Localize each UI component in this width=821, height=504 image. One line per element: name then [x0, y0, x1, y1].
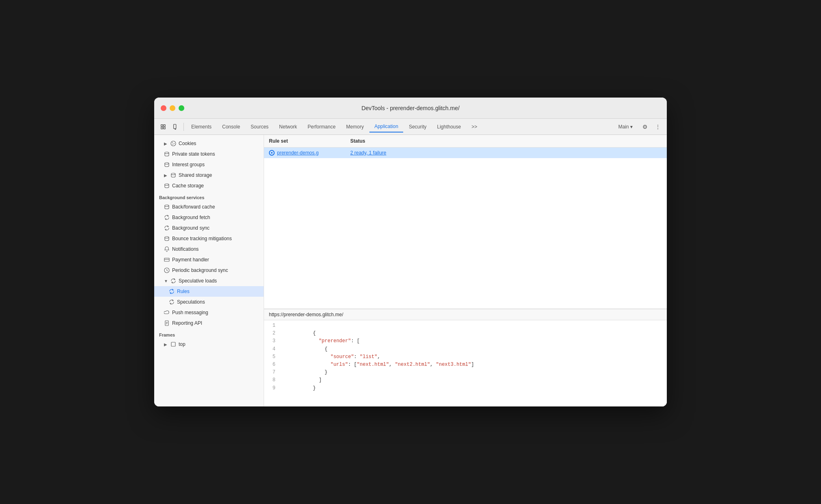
svg-point-14	[165, 184, 169, 185]
db-icon-1	[164, 151, 170, 157]
sidebar-label-reporting-api: Reporting API	[172, 319, 202, 327]
code-line-6: "urls": ["next.html", "next2.html", "nex…	[284, 361, 664, 369]
status-icon	[269, 150, 275, 156]
settings-icon[interactable]: ⚙	[639, 121, 651, 133]
sidebar-item-private-state-tokens[interactable]: Private state tokens	[154, 149, 264, 159]
svg-rect-3	[164, 127, 165, 128]
db-icon-3	[170, 172, 176, 178]
svg-rect-2	[161, 127, 163, 128]
device-icon[interactable]	[170, 121, 181, 133]
table-header: Rule set Status	[264, 135, 667, 148]
svg-point-11	[165, 152, 169, 154]
sidebar-item-notifications[interactable]: Notifications	[154, 244, 264, 254]
sidebar-item-speculative-loads[interactable]: ▼ Speculative loads	[154, 276, 264, 286]
code-block: 1 2 3 4 5 6 7 8 9 {	[264, 320, 667, 394]
right-panel: Rule set Status prerender-demos.g 2 read…	[264, 135, 667, 406]
header-rule-set: Rule set	[269, 137, 350, 145]
code-content: { "prerender": [ { "source": "list", "ur…	[280, 322, 667, 392]
sidebar-item-bf-cache[interactable]: Back/forward cache	[154, 202, 264, 212]
traffic-lights	[161, 105, 184, 111]
tab-application[interactable]: Application	[369, 121, 403, 133]
sidebar-item-shared-storage[interactable]: ▶ Shared storage	[154, 170, 264, 180]
svg-point-15	[165, 205, 169, 206]
devtools-window: DevTools - prerender-demos.glitch.me/ El…	[154, 98, 667, 406]
clock-icon	[164, 267, 170, 273]
svg-point-13	[171, 173, 175, 175]
svg-rect-24	[171, 342, 175, 346]
sidebar-item-payment-handler[interactable]: Payment handler	[154, 254, 264, 265]
svg-point-8	[172, 142, 173, 143]
minimize-button[interactable]	[170, 105, 175, 111]
tab-memory[interactable]: Memory	[341, 122, 369, 132]
titlebar: DevTools - prerender-demos.glitch.me/	[154, 98, 667, 119]
sidebar-item-bounce-tracking[interactable]: Bounce tracking mitigations	[154, 233, 264, 244]
sidebar-item-rules[interactable]: Rules	[154, 286, 264, 297]
sidebar-item-top-frame[interactable]: ▶ top	[154, 339, 264, 350]
sidebar-item-bg-sync[interactable]: Background sync	[154, 223, 264, 233]
sidebar-label-push-messaging: Push messaging	[172, 309, 208, 316]
window-title: DevTools - prerender-demos.glitch.me/	[361, 105, 459, 111]
sidebar-item-push-messaging[interactable]: Push messaging	[154, 307, 264, 318]
expand-arrow-speculative: ▼	[164, 278, 168, 284]
main-dropdown[interactable]: Main ▾	[614, 122, 638, 132]
sidebar-label-interest-groups: Interest groups	[172, 161, 205, 168]
status-link[interactable]: 2 ready, 1 failure	[350, 150, 386, 156]
toolbar-right: Main ▾ ⚙ ⋮	[614, 121, 664, 133]
tab-network[interactable]: Network	[274, 122, 302, 132]
svg-point-16	[165, 237, 169, 238]
bottom-panel: https://prerender-demos.glitch.me/ 1 2 3…	[264, 309, 667, 406]
sidebar-item-reporting-api[interactable]: Reporting API	[154, 318, 264, 328]
svg-point-12	[165, 163, 169, 164]
sidebar-label-shared-storage: Shared storage	[179, 172, 212, 179]
db-icon-4	[164, 183, 170, 189]
tab-sources[interactable]: Sources	[246, 122, 273, 132]
sidebar-item-speculations[interactable]: Speculations	[154, 297, 264, 307]
db-icon-6	[164, 236, 170, 241]
sidebar-label-bf-cache: Back/forward cache	[172, 203, 215, 211]
table-area: Rule set Status prerender-demos.g 2 read…	[264, 135, 667, 309]
toolbar-divider-1	[183, 123, 184, 131]
sidebar-item-bg-fetch[interactable]: Background fetch	[154, 212, 264, 223]
tab-more[interactable]: >>	[467, 122, 482, 132]
more-options-icon[interactable]: ⋮	[652, 121, 664, 133]
sidebar-item-cookies[interactable]: ▶ Cookies	[154, 138, 264, 149]
cookie-icon	[170, 141, 176, 146]
sidebar-label-bounce-tracking: Bounce tracking mitigations	[172, 235, 232, 242]
sidebar-item-interest-groups[interactable]: Interest groups	[154, 159, 264, 170]
main-content: ▶ Cookies Private state tokens	[154, 135, 667, 406]
code-line-3: "prerender": [	[284, 337, 664, 345]
devtools-toolbar: Elements Console Sources Network Perform…	[154, 119, 667, 135]
code-line-5: "source": "list",	[284, 353, 664, 361]
card-icon	[164, 257, 170, 263]
maximize-button[interactable]	[179, 105, 184, 111]
svg-rect-4	[174, 124, 176, 128]
sidebar-label-top: top	[179, 341, 186, 348]
svg-point-9	[174, 143, 175, 144]
svg-rect-17	[164, 258, 169, 261]
sidebar-label-bg-sync: Background sync	[172, 224, 210, 232]
close-button[interactable]	[161, 105, 166, 111]
tab-elements[interactable]: Elements	[186, 122, 216, 132]
db-icon-2	[164, 162, 170, 167]
cell-status: 2 ready, 1 failure	[350, 149, 390, 156]
bell-icon	[164, 246, 170, 252]
cell-rule-set: prerender-demos.g	[269, 149, 350, 156]
line-numbers: 1 2 3 4 5 6 7 8 9	[264, 322, 280, 392]
code-area: 1 2 3 4 5 6 7 8 9 {	[264, 320, 667, 406]
sidebar-item-cache-storage[interactable]: Cache storage	[154, 180, 264, 191]
tab-lighthouse[interactable]: Lighthouse	[432, 122, 466, 132]
sidebar-label-rules: Rules	[177, 288, 190, 295]
sidebar-item-periodic-bg-sync[interactable]: Periodic background sync	[154, 265, 264, 276]
tab-console[interactable]: Console	[217, 122, 245, 132]
svg-rect-5	[175, 129, 176, 130]
code-line-4: {	[284, 345, 664, 353]
inspect-icon[interactable]	[157, 121, 169, 133]
sync-icon-3	[170, 278, 176, 284]
tab-security[interactable]: Security	[404, 122, 431, 132]
code-url: https://prerender-demos.glitch.me/	[264, 309, 667, 320]
tab-performance[interactable]: Performance	[303, 122, 341, 132]
rule-set-link[interactable]: prerender-demos.g	[277, 150, 319, 156]
table-row[interactable]: prerender-demos.g 2 ready, 1 failure	[264, 148, 667, 158]
sidebar-label-private-state: Private state tokens	[172, 150, 215, 158]
doc-icon	[164, 320, 170, 326]
